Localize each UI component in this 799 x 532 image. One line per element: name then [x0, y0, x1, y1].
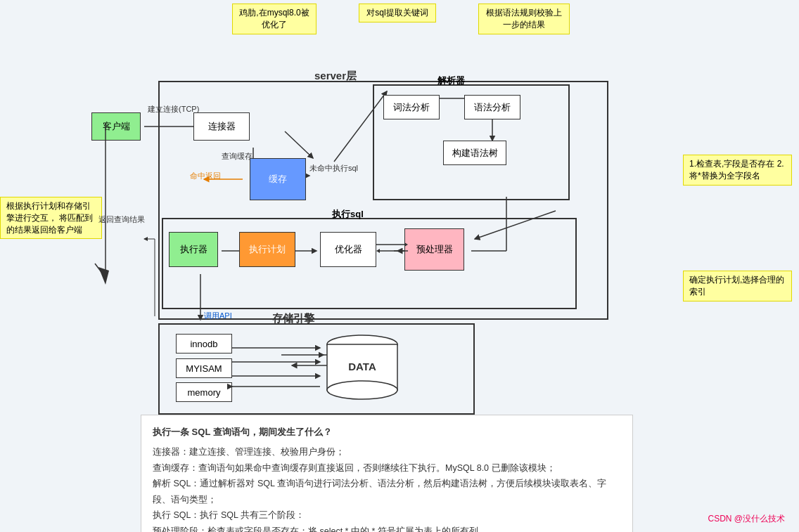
parser-label: 解析器: [437, 74, 465, 87]
label-command-return: 命中返回: [190, 171, 221, 181]
data-cylinder: DATA: [324, 334, 401, 401]
svg-point-29: [327, 381, 397, 399]
connector-box: 连接器: [193, 112, 250, 141]
page-container: 鸡肋,在mysql8.0被优化了 对sql提取关键词 根据语法规则校验上一步的结…: [0, 0, 799, 532]
syntax-box: 语法分析: [464, 95, 520, 119]
bottom-title: 执行一条 SQL 查询语句，期间发生了什么？: [153, 424, 621, 440]
label-call-api: 调用API: [204, 311, 232, 321]
sticky-note-right-top: 1.检查表,字段是否存在 2.将*替换为全字段名: [683, 155, 792, 186]
execute-sql-label: 执行sql: [332, 208, 364, 221]
innodb-box: innodb: [176, 334, 232, 353]
storage-engine-label: 存储引擎: [272, 312, 314, 325]
sticky-note-right-bottom: 确定执行计划,选择合理的索引: [683, 271, 792, 301]
lexical-box: 词法分析: [383, 95, 440, 119]
exec-plan-box: 执行计划: [239, 232, 295, 267]
svg-text:DATA: DATA: [348, 361, 376, 372]
sticky-note-top-left: 鸡肋,在mysql8.0被优化了: [232, 4, 317, 34]
label-query-cache: 查询缓存: [222, 151, 253, 162]
sticky-note-top-right: 根据语法规则校验上一步的结果: [478, 4, 570, 34]
bottom-text-area: 执行一条 SQL 查询语句，期间发生了什么？ 连接器：建立连接、管理连接、校验用…: [141, 415, 633, 532]
sticky-note-top-middle: 对sql提取关键词: [359, 4, 436, 22]
executor-box: 执行器: [169, 232, 218, 267]
preprocessor-box: 预处理器: [404, 228, 464, 271]
sticky-note-left: 根据执行计划和存储引擎进行交互， 将匹配到的结果返回给客户端: [0, 197, 102, 239]
svg-marker-26: [376, 249, 380, 253]
cache-box: 缓存: [250, 158, 306, 200]
ast-box: 构建语法树: [443, 141, 506, 165]
optimizer-box: 优化器: [320, 232, 376, 267]
server-layer-label: server层: [314, 70, 357, 83]
svg-marker-24: [404, 242, 408, 247]
bottom-content: 连接器：建立连接、管理连接、校验用户身份； 查询缓存：查询语句如果命中查询缓存则…: [153, 444, 621, 532]
myisam-box: MYISAM: [176, 358, 232, 378]
watermark: CSDN @没什么技术: [708, 513, 785, 525]
svg-marker-37: [98, 267, 109, 285]
label-not-in-cache: 未命中执行sql: [309, 163, 358, 174]
memory-box: memory: [176, 382, 232, 402]
